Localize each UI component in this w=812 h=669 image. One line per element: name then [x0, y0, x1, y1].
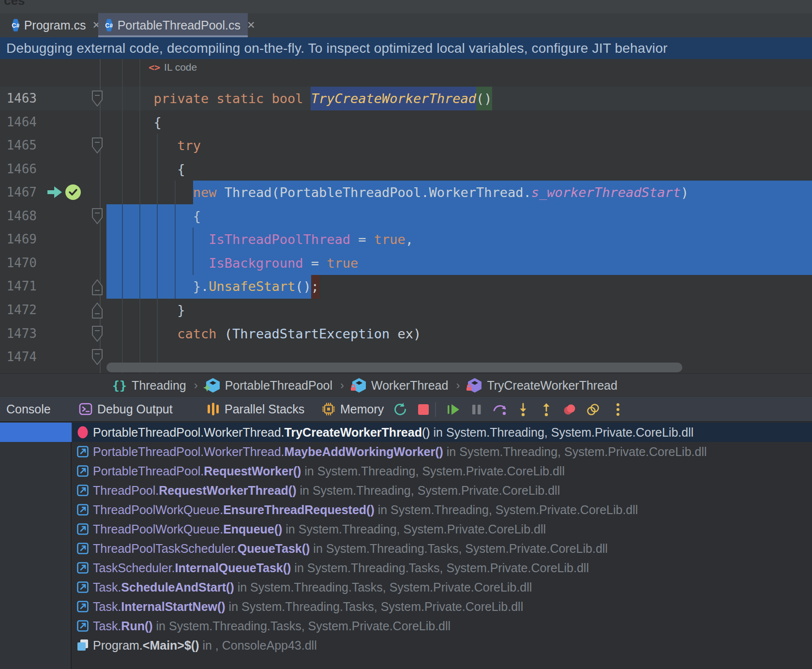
code-line-1466[interactable]: { [106, 157, 185, 181]
horizontal-scrollbar[interactable] [106, 363, 682, 372]
execution-pointer-icon [46, 186, 63, 198]
selected-thread-row[interactable] [0, 423, 72, 442]
class-icon [352, 378, 366, 393]
tool-tab-debug-output[interactable]: Debug Output [79, 397, 173, 421]
threads-pane[interactable] [0, 422, 72, 669]
csharp-file-icon: C# [105, 19, 113, 32]
frames-panel: PortableThreadPool.WorkerThread.TryCreat… [0, 422, 812, 669]
stack-frame-row[interactable]: Program.<Main>$() in , ConsoleApp43.dll [73, 636, 812, 655]
line-number: 1469 [0, 228, 37, 251]
chevron-right-icon: › [456, 379, 460, 392]
breadcrumb-label: WorkerThread [371, 379, 448, 393]
breadcrumb-label: TryCreateWorkerThread [487, 379, 617, 393]
stack-frame-row[interactable]: PortableThreadPool.WorkerThread.MaybeAdd… [73, 442, 812, 461]
tool-tab-label: Debug Output [97, 402, 173, 416]
editor-tab-portablethreadpool-cs[interactable]: C#PortableThreadPool.cs✕ [98, 13, 248, 37]
chevron-right-icon: › [340, 379, 344, 392]
frame-text: ThreadPoolTaskScheduler.QueueTask() in S… [93, 542, 608, 556]
resume-button[interactable] [446, 402, 461, 417]
stack-frame-row[interactable]: Task.InternalStartNew() in System.Thread… [73, 597, 812, 616]
code-line-1469[interactable]: IsThreadPoolThread = true, [106, 228, 413, 251]
code-editor[interactable]: <> IL code private static bool TryCreate… [0, 59, 812, 373]
breadcrumb-threading[interactable]: {}Threading [112, 379, 186, 393]
external-source-icon [76, 600, 89, 613]
breadcrumb-label: PortableThreadPool [225, 379, 332, 393]
code-line-1470[interactable]: IsBackground = true [106, 251, 358, 275]
tool-tab-console[interactable]: Console [6, 397, 51, 421]
tool-tab-parallel-stacks[interactable]: Parallel Stacks [207, 397, 304, 421]
line-number: 1468 [0, 204, 37, 228]
step-over-button[interactable] [493, 402, 507, 417]
more-button[interactable] [611, 402, 625, 417]
code-line-1473[interactable]: catch (ThreadStartException ex) [106, 322, 421, 346]
stack-frame-row[interactable]: ThreadPool.RequestWorkerThread() in Syst… [73, 481, 812, 500]
external-source-icon [76, 523, 89, 535]
frame-text: PortableThreadPool.RequestWorker() in Sy… [93, 464, 565, 478]
lock-decorator-icon [350, 380, 357, 394]
stack-frame-row[interactable]: ThreadPoolWorkQueue.EnsureThreadRequeste… [73, 500, 812, 519]
external-source-icon [76, 542, 89, 555]
breadcrumb-trycreateworkerthread[interactable]: TryCreateWorkerThread [467, 378, 617, 393]
window-top-strip: ces [0, 0, 812, 13]
frame-text: PortableThreadPool.WorkerThread.MaybeAdd… [93, 445, 707, 459]
external-source-icon [76, 484, 89, 497]
code-line-1472[interactable]: } [106, 298, 185, 322]
tool-tab-label: Console [6, 402, 51, 416]
tab-label: Program.cs [24, 18, 86, 32]
line-number: 1473 [0, 322, 37, 346]
il-code-hint[interactable]: <> IL code [149, 60, 197, 75]
breadcrumb-portablethreadpool[interactable]: PortableThreadPool [206, 378, 332, 393]
fold-expand-icon[interactable] [91, 301, 104, 319]
code-line-1464[interactable]: { [106, 110, 162, 134]
editor-tab-program-cs[interactable]: C#Program.cs✕ [5, 13, 98, 37]
chevron-right-icon: › [194, 379, 198, 392]
pause-button[interactable] [469, 402, 484, 417]
step-into-button[interactable] [516, 402, 530, 417]
tool-tab-label: Memory [340, 402, 384, 416]
gear-decorator-icon [204, 380, 211, 394]
fold-collapse-icon[interactable] [91, 348, 104, 366]
line-number: 1470 [0, 251, 37, 275]
code-line-1471[interactable]: }.UnsafeStart(); [106, 274, 319, 298]
fold-collapse-icon[interactable] [91, 325, 104, 343]
fold-collapse-icon[interactable] [91, 90, 104, 108]
stack-frame-row[interactable]: ThreadPoolWorkQueue.Enqueue() in System.… [73, 519, 812, 539]
class-icon [206, 378, 220, 393]
stack-frame-row[interactable]: ThreadPoolTaskScheduler.QueueTask() in S… [73, 539, 812, 558]
rerun-button[interactable] [393, 402, 407, 417]
code-line-1468[interactable]: { [106, 204, 201, 228]
close-icon[interactable]: ✕ [247, 19, 256, 31]
debug-decompile-banner: Debugging external code, decompiling on-… [0, 37, 812, 59]
stack-frame-row[interactable]: TaskScheduler.InternalQueueTask() in Sys… [73, 558, 812, 578]
step-out-button[interactable] [539, 402, 554, 417]
breakpoint-verified-icon[interactable] [64, 183, 82, 201]
breadcrumb-label: Threading [132, 379, 186, 393]
toolbar-separator [435, 402, 436, 417]
tool-tab-label: Parallel Stacks [225, 402, 304, 416]
frame-text: ThreadPoolWorkQueue.Enqueue() in System.… [93, 522, 546, 536]
tool-tab-memory[interactable]: Memory [322, 397, 384, 421]
code-line-1467[interactable]: new Thread(PortableThreadPool.WorkerThre… [106, 181, 689, 204]
debug-toolbar: ConsoleDebug OutputParallel StacksMemory [0, 397, 812, 422]
mute-breakpoints-button[interactable] [563, 402, 577, 417]
external-source-icon [76, 445, 89, 458]
fold-collapse-icon[interactable] [91, 137, 104, 155]
fold-collapse-icon[interactable] [91, 207, 104, 226]
stack-frame-row[interactable]: Task.Run() in System.Threading.Tasks, Sy… [73, 616, 812, 636]
frame-text: Task.ScheduleAndStart() in System.Thread… [93, 580, 532, 594]
fold-expand-icon[interactable] [91, 278, 104, 296]
view-breakpoints-button[interactable] [586, 402, 601, 417]
line-number: 1474 [0, 345, 37, 369]
line-number: 1471 [0, 274, 37, 298]
breakpoint-icon [76, 426, 89, 439]
stop-button[interactable] [416, 402, 431, 417]
line-number: 1465 [0, 134, 37, 157]
line-number: 1466 [0, 157, 37, 181]
code-line-1465[interactable]: try [106, 134, 201, 157]
lock-decorator-icon [466, 380, 472, 394]
stack-frame-row[interactable]: Task.ScheduleAndStart() in System.Thread… [73, 578, 812, 597]
code-line-1463[interactable]: private static bool TryCreateWorkerThrea… [106, 87, 492, 110]
breadcrumb-workerthread[interactable]: WorkerThread [352, 378, 448, 393]
stack-frame-row[interactable]: PortableThreadPool.RequestWorker() in Sy… [73, 461, 812, 481]
stack-frame-row[interactable]: PortableThreadPool.WorkerThread.TryCreat… [73, 423, 812, 442]
